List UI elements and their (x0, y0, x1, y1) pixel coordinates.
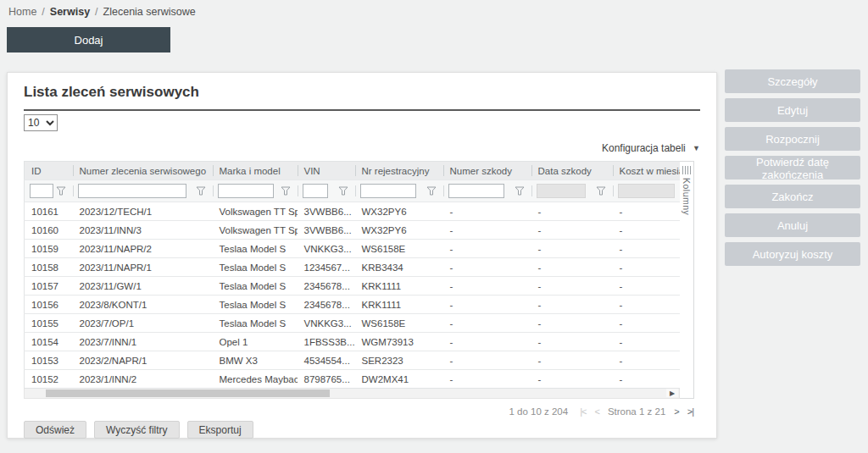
column-header-vin[interactable]: VIN (298, 162, 355, 180)
cell-monthly-cost: - (613, 258, 681, 277)
filter-icon[interactable] (596, 186, 608, 196)
scrollbar-thumb[interactable] (46, 389, 330, 397)
cell-id: 10161 (25, 202, 73, 221)
authorize-costs-button[interactable]: Autoryzuj koszty (725, 242, 860, 266)
table-row[interactable]: 101562023/8/KONT/1Teslaa Model S2345678.… (25, 296, 681, 314)
breadcrumb-separator: / (95, 6, 97, 18)
cell-damage-date: - (531, 370, 613, 389)
column-header-damage-number[interactable]: Numer szkody (443, 162, 531, 180)
cell-monthly-cost: - (613, 221, 681, 240)
cell-order-number: 2023/11/NAPR/1 (73, 258, 213, 277)
breadcrumb-item[interactable]: Zlecenia serwisowe (103, 6, 196, 18)
filter-icon[interactable] (56, 186, 68, 196)
clear-filters-button[interactable]: Wyczyść filtry (94, 421, 180, 439)
pagination: 1 do 10 z 204 |< < Strona 1 z 21 > >| (24, 406, 700, 417)
cell-registration-number: WX32PY6 (355, 221, 443, 240)
cell-damage-number: - (443, 296, 531, 314)
column-header-make-model[interactable]: Marka i model (213, 162, 298, 180)
cell-monthly-cost: - (613, 314, 681, 333)
cell-monthly-cost: - (613, 351, 681, 370)
column-header-order-number[interactable]: Numer zlecenia serwisowego (73, 162, 213, 180)
confirm-end-date-button[interactable]: Potwierdź datę zakończenia (725, 156, 860, 180)
columns-tab-label: Kolumny (682, 178, 692, 215)
cell-monthly-cost: - (613, 296, 681, 314)
cell-monthly-cost: - (613, 370, 681, 389)
filter-input-order-number[interactable] (78, 184, 186, 198)
cell-vin: 3VWBB6... (298, 202, 355, 221)
cell-damage-number: - (443, 351, 531, 370)
prev-page-icon[interactable]: < (594, 406, 598, 417)
filter-icon[interactable] (426, 186, 438, 196)
finish-button[interactable]: Zakończ (725, 185, 860, 208)
cell-vin: 3VWBB6... (298, 221, 355, 240)
details-button[interactable]: Szczegóły (725, 69, 860, 93)
cell-order-number: 2023/11/NAPR/2 (73, 240, 213, 258)
filter-cell-make-model (213, 180, 298, 202)
filter-icon[interactable] (338, 186, 350, 196)
filter-icon[interactable] (281, 186, 292, 196)
column-header-damage-date[interactable]: Data szkody (531, 162, 613, 180)
export-button[interactable]: Eksportuj (187, 421, 253, 439)
filter-input-id[interactable] (30, 184, 53, 198)
cell-vin: 4534554... (298, 351, 355, 370)
cell-id: 10159 (25, 240, 73, 258)
cell-registration-number: SER2323 (355, 351, 443, 370)
table-row[interactable]: 101522023/1/INN/2Mercedes Maybach8798765… (25, 370, 681, 389)
start-button[interactable]: Rozpocznij (725, 127, 860, 151)
column-header-registration-number[interactable]: Nr rejestracyjny (355, 162, 443, 180)
cell-make-model: Teslaa Model S (213, 258, 298, 277)
add-button[interactable]: Dodaj (7, 27, 170, 52)
filter-icon[interactable] (515, 186, 526, 196)
table-row[interactable]: 101582023/11/NAPR/1Teslaa Model S1234567… (25, 258, 681, 277)
cell-id: 10155 (25, 314, 73, 333)
cell-order-number: 2023/2/NAPR/1 (73, 351, 213, 370)
cell-damage-date: - (531, 351, 613, 370)
last-page-icon[interactable]: >| (687, 406, 693, 417)
cancel-button[interactable]: Anuluj (725, 213, 860, 237)
cell-make-model: Teslaa Model S (213, 314, 298, 333)
table-row[interactable]: 101592023/11/NAPR/2Teslaa Model SVNKKG3.… (25, 240, 681, 258)
table-row[interactable]: 101602023/11/INN/3Volkswagen TT Sport3VW… (25, 221, 681, 240)
horizontal-scrollbar[interactable]: ▶ (24, 389, 680, 399)
page-size-select[interactable]: 10 (24, 114, 58, 131)
first-page-icon[interactable]: |< (580, 406, 586, 417)
table-config-dropdown[interactable]: Konfiguracja tabeli ▼ (602, 142, 700, 154)
cell-monthly-cost: - (613, 333, 681, 351)
filter-cell-damage-number (443, 180, 531, 202)
filter-icon[interactable] (196, 186, 208, 196)
cell-id: 10152 (25, 370, 73, 389)
refresh-button[interactable]: Odśwież (24, 421, 86, 439)
column-header-monthly-cost[interactable]: Koszt w miesiąc (613, 162, 681, 180)
cell-registration-number: WX32PY6 (355, 202, 443, 221)
filter-cell-vin (298, 180, 355, 202)
cell-vin: 8798765... (298, 370, 355, 389)
cell-id: 10157 (25, 277, 73, 296)
table-row[interactable]: 101612023/12/TECH/1Volkswagen TT Sport3V… (25, 202, 681, 221)
cell-registration-number: KRK1111 (355, 277, 443, 296)
table-row[interactable]: 101532023/2/NAPR/1BMW X34534554...SER232… (25, 351, 681, 370)
column-header-id[interactable]: ID (25, 162, 73, 180)
table-row[interactable]: 101552023/7/OP/1Teslaa Model SVNKKG3...W… (25, 314, 681, 333)
cell-vin: 1234567... (298, 258, 355, 277)
cell-damage-number: - (443, 221, 531, 240)
columns-side-tab[interactable]: Kolumny (680, 161, 694, 399)
table-config-label: Konfiguracja tabeli (602, 142, 686, 154)
filter-input-registration-number[interactable] (360, 184, 416, 198)
drag-grip-icon (682, 166, 691, 174)
filter-input-damage-number[interactable] (448, 184, 504, 198)
table-row[interactable]: 101572023/11/GW/1Teslaa Model S2345678..… (25, 277, 681, 296)
next-page-icon[interactable]: > (674, 406, 678, 417)
table-footer-buttons: OdświeżWyczyść filtryEksportuj (24, 421, 700, 439)
cell-id: 10153 (25, 351, 73, 370)
breadcrumb-item[interactable]: Serwisy (50, 6, 90, 18)
table-row[interactable]: 101542023/7/INN/1Opel 11FBSS3B...WGM7391… (25, 333, 681, 351)
breadcrumb-item[interactable]: Home (8, 6, 36, 18)
filter-input-make-model[interactable] (218, 184, 274, 198)
scroll-right-arrow-icon[interactable]: ▶ (666, 389, 678, 397)
filter-cell-monthly-cost (613, 180, 681, 202)
filter-input-vin[interactable] (303, 184, 328, 198)
filter-cell-damage-date (531, 180, 613, 202)
cell-damage-date: - (531, 202, 613, 221)
cell-id: 10154 (25, 333, 73, 351)
edit-button[interactable]: Edytuj (725, 98, 860, 122)
